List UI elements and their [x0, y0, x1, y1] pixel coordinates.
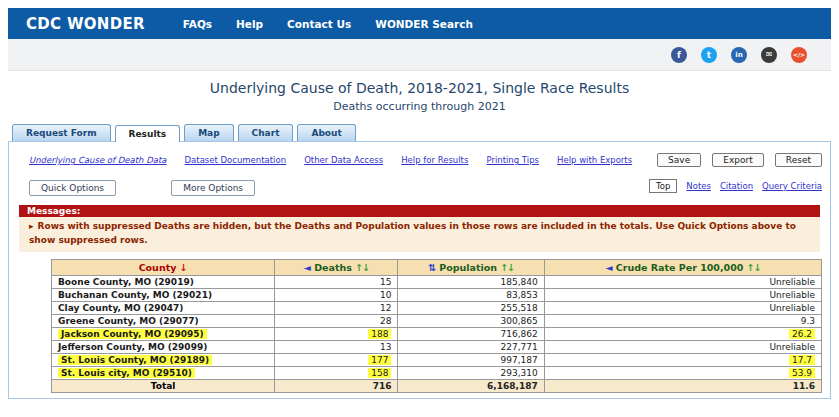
tab-strip: Request Form Results Map Chart About: [12, 124, 831, 141]
tab-request-form[interactable]: Request Form: [12, 124, 111, 141]
link-citation[interactable]: Citation: [720, 181, 753, 191]
table-row: Clay County, MO (29047) 12 255,518 Unrel…: [52, 301, 822, 314]
crude-rate-cell: 17.7: [789, 355, 815, 365]
more-options-button[interactable]: More Options: [171, 180, 255, 196]
crude-rate-cell: Unreliable: [769, 290, 815, 300]
twitter-icon[interactable]: t: [701, 47, 717, 63]
email-icon[interactable]: ✉: [761, 47, 777, 63]
facebook-icon[interactable]: f: [671, 47, 687, 63]
county-cell: Jefferson County, MO (29099): [58, 342, 207, 352]
export-button[interactable]: Export: [712, 153, 763, 167]
results-table: County ↓ ◄ Deaths ↑↓ ⇅ Population ↑↓ ◄: [51, 259, 822, 393]
table-row: Greene County, MO (29077) 28 300,865 9.3: [52, 314, 822, 327]
crude-rate-cell: 53.9: [789, 368, 815, 378]
column-header-deaths[interactable]: ◄ Deaths ↑↓: [275, 259, 398, 275]
sort-arrows-icon[interactable]: ↑↓: [355, 262, 369, 273]
options-buttons: Quick Options More Options: [29, 176, 305, 196]
reset-button[interactable]: Reset: [775, 153, 822, 167]
page-subtitle: Deaths occurring through 2021: [0, 96, 839, 113]
county-cell: St. Louis city, MO (29510): [58, 368, 195, 378]
nav-faqs[interactable]: FAQs: [183, 18, 212, 30]
crude-rate-cell: Unreliable: [769, 303, 815, 313]
nav-help[interactable]: Help: [236, 18, 263, 30]
column-header-crude-rate[interactable]: ◄ Crude Rate Per 100,000 ↑↓: [544, 259, 821, 275]
county-cell: St. Louis County, MO (29189): [58, 355, 212, 365]
sort-arrows-icon[interactable]: ↑↓: [500, 262, 514, 273]
table-total-row: Total 716 6,168,187 11.6: [52, 379, 822, 392]
link-query-criteria[interactable]: Query Criteria: [762, 181, 822, 191]
cdc-wonder-logo[interactable]: CDC WONDER: [26, 15, 145, 33]
crude-rate-cell: Unreliable: [769, 342, 815, 352]
population-cell: 255,518: [501, 303, 538, 313]
population-cell: 293,310: [501, 368, 538, 378]
total-crude-rate: 11.6: [544, 379, 821, 392]
deaths-cell: 158: [368, 368, 391, 378]
table-row: Buchanan County, MO (29021) 10 83,853 Un…: [52, 288, 822, 301]
table-row: St. Louis County, MO (29189) 177 997,187…: [52, 353, 822, 366]
county-cell: Jackson County, MO (29095): [58, 329, 207, 339]
social-bar: f t in ✉ </>: [8, 39, 831, 71]
tab-map[interactable]: Map: [184, 124, 233, 141]
crude-rate-cell: 26.2: [789, 329, 815, 339]
move-column-icon[interactable]: ◄: [605, 262, 612, 273]
deaths-cell: 10: [380, 290, 391, 300]
county-cell: Buchanan County, MO (29021): [58, 290, 212, 300]
link-dataset-documentation[interactable]: Dataset Documentation: [185, 155, 287, 165]
quick-options-button[interactable]: Quick Options: [29, 180, 116, 196]
action-buttons: Save Export Reset: [651, 148, 822, 167]
top-button[interactable]: Top: [649, 179, 677, 193]
table-row: St. Louis city, MO (29510) 158 293,310 5…: [52, 366, 822, 379]
deaths-cell: 28: [380, 316, 391, 326]
tab-about[interactable]: About: [297, 124, 355, 141]
table-header-row: County ↓ ◄ Deaths ↑↓ ⇅ Population ↑↓ ◄: [52, 259, 822, 275]
tab-results[interactable]: Results: [115, 125, 181, 142]
messages-header: Messages:: [19, 205, 820, 217]
column-header-population[interactable]: ⇅ Population ↑↓: [398, 259, 544, 275]
link-help-for-results[interactable]: Help for Results: [401, 155, 468, 165]
table-row: Jefferson County, MO (29099) 13 227,771 …: [52, 340, 822, 353]
county-cell: Boone County, MO (29019): [58, 277, 194, 287]
link-notes[interactable]: Notes: [686, 181, 711, 191]
sort-arrows-icon[interactable]: ↑↓: [747, 262, 761, 273]
link-printing-tips[interactable]: Printing Tips: [486, 155, 539, 165]
link-dataset-name[interactable]: Underlying Cause of Death Data: [29, 155, 166, 165]
population-cell: 997,187: [501, 355, 538, 365]
swap-column-icon[interactable]: ⇅: [428, 262, 436, 273]
linkedin-icon[interactable]: in: [731, 47, 747, 63]
cdc-wonder-page: CDC WONDER FAQs Help Contact Us WONDER S…: [0, 0, 839, 417]
total-deaths: 716: [275, 379, 398, 392]
table-row: Boone County, MO (29019) 15 185,840 Unre…: [52, 275, 822, 288]
top-nav-links: FAQs Help Contact Us WONDER Search: [183, 18, 473, 30]
population-cell: 83,853: [506, 290, 538, 300]
results-panel: Underlying Cause of Death Data Dataset D…: [8, 141, 831, 399]
county-header-label: County: [139, 262, 177, 273]
sort-descending-icon[interactable]: ↓: [180, 262, 188, 273]
county-cell: Clay County, MO (29047): [58, 303, 183, 313]
population-cell: 716,862: [501, 329, 538, 339]
deaths-cell: 13: [380, 342, 391, 352]
nav-contact-us[interactable]: Contact Us: [287, 18, 351, 30]
doc-links: Underlying Cause of Death Data Dataset D…: [29, 148, 645, 167]
total-population: 6,168,187: [398, 379, 544, 392]
deaths-header-label: Deaths: [314, 262, 352, 273]
link-help-with-exports[interactable]: Help with Exports: [557, 155, 632, 165]
toolbar-row: Underlying Cause of Death Data Dataset D…: [9, 142, 830, 167]
deaths-cell: 12: [380, 303, 391, 313]
top-nav-bar: CDC WONDER FAQs Help Contact Us WONDER S…: [8, 8, 831, 39]
table-row: Jackson County, MO (29095) 188 716,862 2…: [52, 327, 822, 340]
crude-rate-cell: 9.3: [801, 316, 815, 326]
nav-wonder-search[interactable]: WONDER Search: [375, 18, 473, 30]
syndicate-icon[interactable]: </>: [791, 47, 807, 63]
deaths-cell: 177: [368, 355, 391, 365]
options-row: Quick Options More Options Top Notes Cit…: [9, 167, 830, 196]
save-button[interactable]: Save: [657, 153, 701, 167]
link-other-data-access[interactable]: Other Data Access: [304, 155, 383, 165]
move-column-icon[interactable]: ◄: [304, 262, 311, 273]
crude-rate-cell: Unreliable: [769, 277, 815, 287]
message-text: Rows with suppressed Deaths are hidden, …: [29, 221, 796, 245]
tab-chart[interactable]: Chart: [238, 124, 294, 141]
total-label: Total: [52, 379, 275, 392]
messages-body: ▸Rows with suppressed Deaths are hidden,…: [19, 217, 820, 252]
messages-section: Messages: ▸Rows with suppressed Deaths a…: [19, 205, 820, 252]
column-header-county[interactable]: County ↓: [52, 259, 275, 275]
